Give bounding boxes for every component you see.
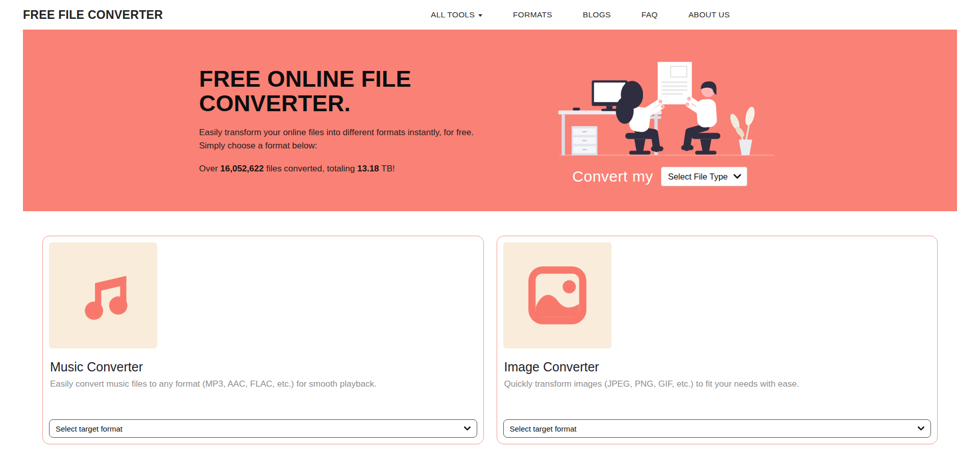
image-target-format-select[interactable]: Select target format	[503, 419, 932, 438]
file-type-select[interactable]: Select File Type	[661, 167, 747, 186]
converter-cards: Music Converter Easily convert music fil…	[42, 236, 938, 444]
hero-banner: FREE ONLINE FILE CONVERTER. Easily trans…	[23, 30, 957, 211]
document	[657, 62, 692, 104]
convert-row: Convert my Select File Type	[572, 167, 747, 186]
nav-item-label: FORMATS	[513, 10, 552, 19]
hero-visual-block: Convert my Select File Type	[538, 55, 781, 186]
nav-item-about-us[interactable]: ABOUT US	[689, 10, 730, 19]
card-title: Music Converter	[49, 360, 477, 374]
nav-item-label: FAQ	[642, 10, 658, 19]
main-nav: ALL TOOLS FORMATS BLOGS FAQ ABOUT US	[390, 10, 730, 19]
hero-description: Easily transform your online files into …	[199, 126, 477, 153]
nav-item-label: ABOUT US	[689, 10, 730, 19]
nav-item-faq[interactable]: FAQ	[642, 10, 658, 19]
hero-stats: Over 16,052,622 files converted, totalin…	[199, 164, 516, 174]
image-icon	[526, 264, 589, 327]
mouse	[573, 108, 580, 110]
plant	[728, 106, 756, 155]
nav-item-formats[interactable]: FORMATS	[513, 10, 552, 19]
header: FREE FILE CONVERTER ALL TOOLS FORMATS BL…	[0, 0, 980, 30]
site-logo[interactable]: FREE FILE CONVERTER	[23, 8, 163, 22]
card-description: Easily convert music files to any format…	[49, 379, 477, 389]
music-target-format-select[interactable]: Select target format	[49, 419, 477, 438]
caret-down-icon	[478, 14, 482, 17]
hero-text-block: FREE ONLINE FILE CONVERTER. Easily trans…	[199, 67, 516, 174]
terabytes-count: 13.18	[357, 164, 379, 173]
music-note-icon	[72, 265, 134, 325]
nav-item-label: BLOGS	[583, 10, 611, 19]
files-converted-count: 16,052,622	[220, 164, 264, 173]
nav-item-label: ALL TOOLS	[431, 10, 475, 19]
card-title: Image Converter	[503, 360, 932, 374]
image-converter-card: Image Converter Quickly transform images…	[497, 236, 938, 444]
nav-item-all-tools[interactable]: ALL TOOLS	[431, 10, 482, 19]
image-icon-tile	[503, 242, 611, 348]
music-icon-tile	[49, 242, 157, 348]
hero-title: FREE ONLINE FILE CONVERTER.	[199, 67, 516, 116]
music-converter-card: Music Converter Easily convert music fil…	[42, 236, 484, 444]
nav-item-blogs[interactable]: BLOGS	[583, 10, 611, 19]
convert-my-label: Convert my	[572, 168, 653, 185]
people-exchanging-document-illustration	[543, 55, 777, 160]
card-description: Quickly transform images (JPEG, PNG, GIF…	[503, 379, 932, 389]
